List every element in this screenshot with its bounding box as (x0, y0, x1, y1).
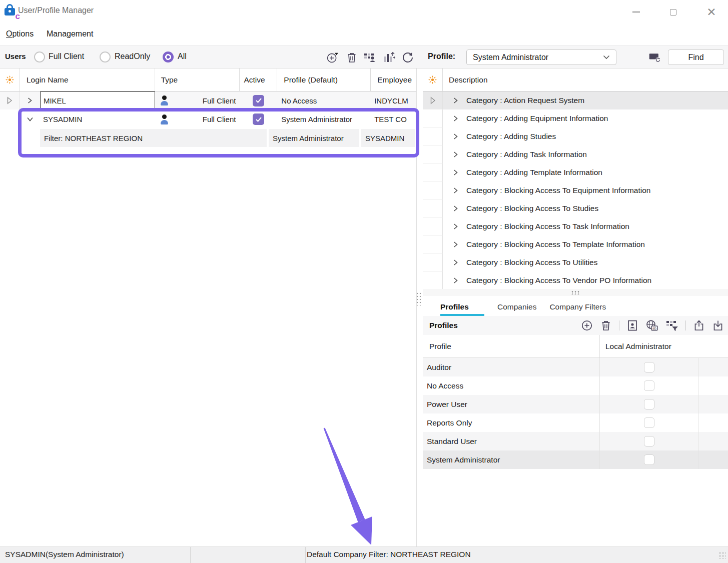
active-checkbox-checked[interactable] (253, 95, 264, 106)
cell-login-name[interactable]: MIKEL (40, 92, 155, 110)
category-row[interactable]: Category : Adding Task Information (423, 146, 728, 164)
cell-employee[interactable]: INDYCLM (371, 92, 416, 110)
expand-chevron-icon[interactable] (453, 168, 458, 176)
user-row-mikel[interactable]: MIKEL Full Client No Access INDYCLM (0, 92, 416, 110)
col-header-profile[interactable]: Profile (423, 335, 600, 358)
grid-filter-icon[interactable] (665, 320, 678, 332)
tab-companies[interactable]: Companies (497, 302, 536, 316)
user-detail-row[interactable]: Filter: NORTHEAST REGION System Administ… (0, 129, 416, 147)
local-admin-checkbox[interactable] (644, 362, 654, 372)
localization-globe-icon[interactable]: ab (645, 320, 658, 332)
tab-company-filters[interactable]: Company Filters (549, 302, 606, 316)
tab-profiles[interactable]: Profiles (440, 302, 484, 316)
user-row-sysadmin[interactable]: SYSADMIN Full Client System Administrato… (0, 110, 416, 129)
detail-profile[interactable]: System Administrator (269, 129, 359, 147)
cell-type[interactable]: Full Client (155, 110, 240, 129)
category-row[interactable]: Category : Adding Studies (423, 128, 728, 146)
col-header-description[interactable]: Description (443, 68, 728, 91)
profile-row[interactable]: Auditor (423, 358, 728, 376)
expand-chevron-icon[interactable] (453, 240, 458, 248)
profile-row-selected[interactable]: System Administrator (423, 450, 728, 469)
local-admin-checkbox[interactable] (644, 399, 654, 410)
splitter-grip-icon (571, 290, 579, 294)
expand-chevron-icon[interactable] (453, 258, 458, 266)
category-row[interactable]: Category : Blocking Access To Studies (423, 200, 728, 218)
radio-readonly-label[interactable]: ReadOnly (115, 52, 150, 61)
profile-dropdown[interactable]: System Administrator (466, 50, 616, 65)
card-sync-icon[interactable] (648, 51, 661, 64)
radio-full-client-label[interactable]: Full Client (49, 52, 84, 61)
category-row[interactable]: Category : Action Request System (423, 92, 728, 110)
expand-chevron-icon[interactable] (453, 276, 458, 284)
profile-card-icon[interactable] (626, 320, 638, 332)
radio-all[interactable] (163, 52, 174, 62)
maximize-button[interactable] (664, 4, 681, 20)
expand-chevron-icon[interactable] (453, 132, 458, 140)
cell-login-name[interactable]: SYSADMIN (40, 110, 155, 129)
grid-options-sun-icon[interactable] (423, 68, 443, 91)
category-row[interactable]: Category : Blocking Access To Template I… (423, 236, 728, 254)
expand-chevron-icon[interactable] (453, 186, 458, 194)
category-row[interactable]: Category : Blocking Access To Equipment … (423, 182, 728, 200)
col-header-profile-default[interactable]: Profile (Default) (277, 68, 371, 91)
radio-all-label[interactable]: All (178, 52, 187, 61)
profile-row[interactable]: Power User (423, 395, 728, 414)
import-icon[interactable] (712, 320, 724, 332)
find-button[interactable]: Find (668, 50, 724, 65)
minimize-button[interactable] (627, 4, 644, 20)
menu-options[interactable]: Options (6, 30, 34, 38)
manage-columns-icon[interactable] (363, 51, 376, 64)
col-header-active[interactable]: Active (240, 68, 277, 91)
expand-chevron-icon[interactable] (453, 150, 458, 158)
detail-company-filter[interactable]: Filter: NORTHEAST REGION (40, 129, 267, 147)
delete-user-icon[interactable] (345, 51, 358, 64)
category-row[interactable]: Category : Blocking Access To Task Infor… (423, 218, 728, 236)
local-admin-checkbox[interactable] (644, 418, 654, 428)
collapse-chevron-icon[interactable] (20, 110, 40, 129)
expand-chevron-icon[interactable] (453, 222, 458, 230)
expand-chevron-icon[interactable] (453, 204, 458, 212)
cell-employee[interactable]: TEST CO (371, 110, 416, 129)
add-user-icon[interactable] (326, 51, 339, 64)
status-bar: SYSADMIN(System Administrator) Default C… (0, 546, 728, 563)
local-admin-checkbox[interactable] (644, 380, 654, 391)
vertical-splitter-grip-icon[interactable] (416, 292, 422, 306)
cell-profile-default[interactable]: System Administrator (277, 110, 371, 129)
menu-management[interactable]: Management (47, 30, 93, 38)
profile-name: Auditor (423, 358, 600, 376)
detail-login[interactable]: SYSADMIN (361, 129, 415, 147)
radio-readonly[interactable] (100, 52, 111, 62)
refresh-icon[interactable] (401, 51, 414, 64)
profile-row[interactable]: No Access (423, 376, 728, 395)
close-button[interactable]: ✕ (703, 4, 720, 20)
category-row[interactable]: Category : Adding Equipment Information (423, 110, 728, 128)
active-checkbox-checked[interactable] (253, 114, 264, 125)
category-row[interactable]: Category : Blocking Access To Vendor PO … (423, 272, 728, 290)
cell-active[interactable] (240, 92, 277, 110)
expand-chevron-icon[interactable] (453, 114, 458, 122)
add-profile-icon[interactable] (581, 320, 593, 332)
category-row[interactable]: Category : Blocking Access To Utilities (423, 254, 728, 272)
col-header-login-name[interactable]: Login Name (20, 68, 155, 91)
customize-view-icon[interactable] (382, 51, 395, 64)
resize-grip-icon[interactable] (718, 552, 726, 559)
cell-type[interactable]: Full Client (155, 92, 240, 110)
profile-label: Profile: (428, 52, 455, 61)
cell-active[interactable] (240, 110, 277, 129)
export-icon[interactable] (693, 320, 705, 332)
local-admin-checkbox[interactable] (644, 436, 654, 446)
delete-profile-icon[interactable] (600, 320, 612, 332)
col-header-employee[interactable]: Employee (371, 68, 416, 91)
expand-chevron-icon[interactable] (453, 96, 458, 104)
radio-full-client[interactable] (34, 52, 45, 62)
profile-row[interactable]: Standard User (423, 432, 728, 450)
col-header-local-administrator[interactable]: Local Administrator (600, 335, 698, 358)
cell-profile-default[interactable]: No Access (277, 92, 371, 110)
expand-chevron-icon[interactable] (20, 92, 40, 110)
category-row[interactable]: Category : Adding Template Information (423, 164, 728, 182)
col-header-type[interactable]: Type (155, 68, 240, 91)
local-admin-checkbox[interactable] (644, 454, 654, 465)
profile-row[interactable]: Reports Only (423, 414, 728, 432)
grid-options-sun-icon[interactable] (0, 68, 20, 91)
horizontal-splitter[interactable] (423, 289, 728, 296)
